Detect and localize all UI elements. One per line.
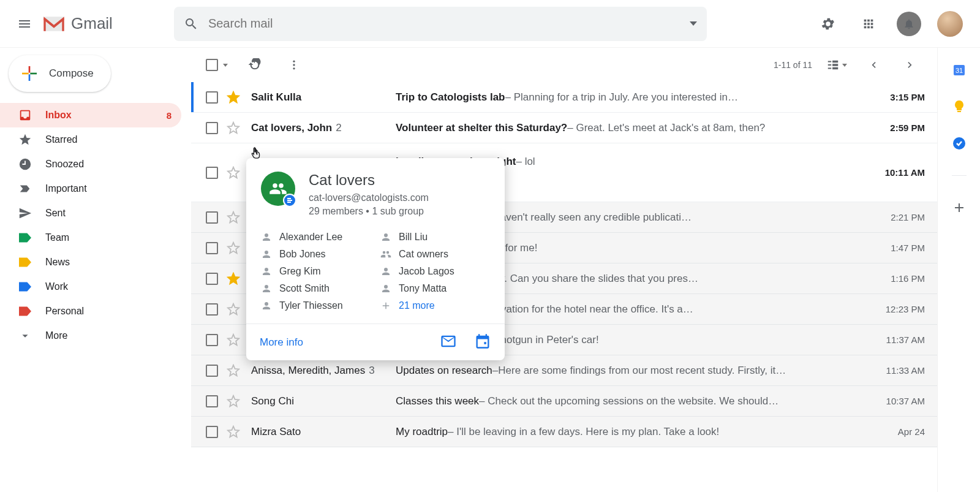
star-icon[interactable]: [227, 166, 240, 180]
group-name: Cat lovers: [309, 172, 429, 189]
sidebar-item-team[interactable]: Team: [0, 225, 181, 250]
tasks-addon-icon[interactable]: [952, 136, 967, 151]
main-content: 1-11 of 11 Salit Kulla Trip to Catologis…: [191, 48, 937, 492]
svg-point-1: [293, 64, 295, 66]
hamburger-menu-button[interactable]: [10, 9, 39, 39]
row-checkbox[interactable]: [206, 122, 218, 134]
more-info-link[interactable]: More info: [260, 336, 303, 349]
star-icon[interactable]: [227, 395, 240, 408]
thread-row[interactable]: Cat lovers, John2 Volunteer at shelter t…: [191, 113, 937, 143]
sent-icon: [18, 206, 32, 220]
row-checkbox[interactable]: [206, 211, 218, 224]
sidebar-item-starred[interactable]: Starred: [0, 127, 181, 152]
compose-button[interactable]: Compose: [9, 55, 111, 92]
sidebar-item-news[interactable]: News: [0, 250, 181, 274]
search-options-button[interactable]: [690, 21, 697, 26]
group-meta: 29 members • 1 sub group: [309, 206, 429, 217]
sidebar-item-important[interactable]: Important: [0, 176, 181, 201]
member-item[interactable]: Alexander Lee: [261, 232, 371, 243]
member-item[interactable]: Jacob Lagos: [380, 266, 490, 277]
page-prev-button[interactable]: [861, 53, 886, 77]
date: 1:16 PM: [881, 273, 925, 284]
date: 2:21 PM: [881, 212, 925, 222]
star-icon[interactable]: [227, 121, 240, 135]
account-avatar[interactable]: [937, 11, 963, 37]
important-icon: [18, 182, 32, 195]
group-avatar-icon: [261, 172, 295, 206]
group-email: cat-lovers@catologists.com: [309, 192, 429, 203]
calendar-addon-icon[interactable]: 31: [952, 62, 967, 77]
sidebar-item-sent[interactable]: Sent: [0, 201, 181, 225]
schedule-event-button[interactable]: [474, 333, 491, 352]
compose-label: Compose: [49, 67, 94, 80]
more-members-link[interactable]: 21 more: [380, 300, 490, 311]
member-item[interactable]: Bob Jones: [261, 249, 371, 260]
search-bar[interactable]: [174, 7, 707, 41]
sender: Song Chi: [251, 395, 396, 407]
member-item[interactable]: Tyler Thiessen: [261, 300, 371, 311]
get-addons-button[interactable]: [952, 200, 967, 215]
apps-grid-button[interactable]: [856, 12, 881, 36]
star-icon[interactable]: [227, 425, 240, 439]
row-checkbox[interactable]: [206, 242, 218, 254]
star-icon[interactable]: [227, 241, 240, 255]
thread-row[interactable]: Song Chi Classes this week – Check out t…: [191, 386, 937, 417]
svg-point-0: [293, 61, 295, 62]
row-checkbox[interactable]: [206, 273, 218, 285]
row-checkbox[interactable]: [206, 395, 218, 407]
date: 3:15 PM: [880, 92, 925, 102]
display-density-button[interactable]: [824, 53, 849, 77]
member-item[interactable]: Scott Smith: [261, 283, 371, 294]
pagination-range: 1-11 of 11: [774, 60, 812, 70]
row-checkbox[interactable]: [206, 334, 218, 346]
date: 11:37 AM: [876, 335, 925, 345]
row-checkbox[interactable]: [206, 365, 218, 377]
keep-addon-icon[interactable]: [952, 99, 967, 114]
notifications-button[interactable]: [897, 12, 921, 36]
row-checkbox[interactable]: [206, 167, 218, 179]
sidebar-item-personal[interactable]: Personal: [0, 299, 181, 324]
mail-toolbar: 1-11 of 11: [191, 48, 937, 82]
sender: Anissa, Meredith, James3: [251, 365, 396, 377]
side-panel: 31: [937, 48, 980, 492]
svg-rect-5: [957, 111, 961, 112]
member-item[interactable]: Bill Liu: [380, 232, 490, 243]
star-icon[interactable]: [227, 333, 240, 347]
star-icon[interactable]: [227, 211, 240, 224]
member-item[interactable]: Greg Kim: [261, 266, 371, 277]
thread-row[interactable]: Salit Kulla Trip to Catologists lab – Pl…: [191, 82, 937, 113]
cursor-icon: [249, 146, 263, 161]
sender: Salit Kulla: [251, 91, 396, 104]
star-icon: [18, 133, 32, 146]
refresh-button[interactable]: [243, 53, 267, 77]
svg-point-2: [293, 67, 295, 69]
settings-button[interactable]: [816, 12, 840, 36]
gmail-logo[interactable]: Gmail: [42, 14, 113, 34]
inbox-icon: [18, 108, 32, 122]
row-checkbox[interactable]: [206, 91, 218, 104]
sidebar-item-inbox[interactable]: Inbox8: [0, 103, 181, 127]
member-item[interactable]: Cat owners: [380, 249, 490, 260]
sender: Cat lovers, John2: [251, 122, 396, 134]
row-checkbox[interactable]: [206, 303, 218, 316]
star-icon[interactable]: [227, 272, 240, 286]
page-next-button[interactable]: [898, 53, 922, 77]
select-all-checkbox[interactable]: [206, 59, 228, 71]
clock-icon: [18, 157, 32, 171]
search-icon: [184, 17, 198, 31]
sidebar-item-snoozed[interactable]: Snoozed: [0, 152, 181, 176]
sidebar-item-work[interactable]: Work: [0, 274, 181, 299]
star-icon[interactable]: [227, 303, 240, 316]
member-item[interactable]: Tony Matta: [380, 283, 490, 294]
product-name: Gmail: [71, 14, 113, 33]
sidebar-item-more[interactable]: More: [0, 324, 181, 348]
compose-to-group-button[interactable]: [440, 333, 457, 352]
more-actions-button[interactable]: [282, 53, 306, 77]
search-input[interactable]: [208, 17, 690, 31]
star-icon[interactable]: [227, 364, 240, 377]
date: 10:11 AM: [875, 167, 925, 178]
thread-row[interactable]: Mizra Sato My roadtrip – I'll be leaving…: [191, 417, 937, 447]
label-icon: [18, 280, 32, 293]
star-icon[interactable]: [227, 91, 240, 104]
row-checkbox[interactable]: [206, 426, 218, 438]
